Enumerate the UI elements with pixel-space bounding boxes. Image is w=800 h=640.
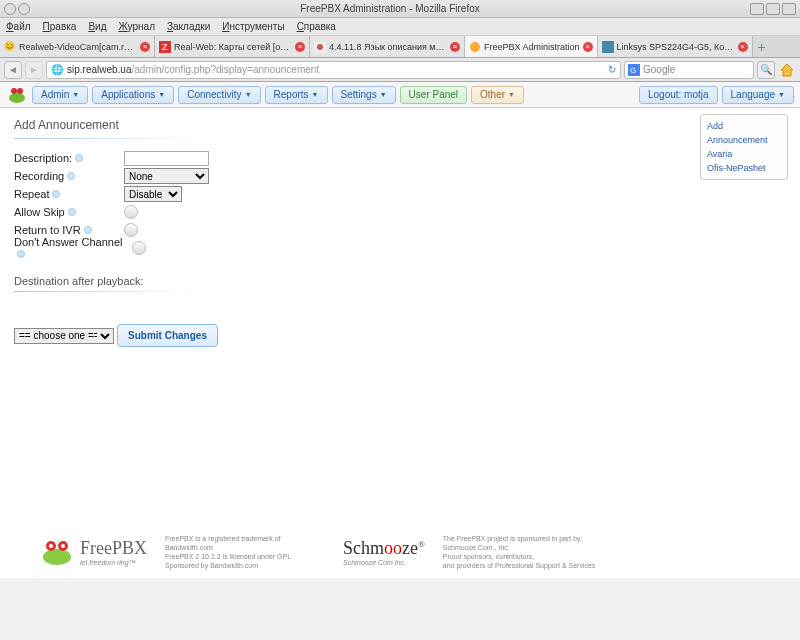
address-bar[interactable]: 🌐 sip.realweb.ua/admin/config.php?displa… — [46, 61, 621, 79]
recording-select[interactable]: None — [124, 168, 209, 184]
destination-select[interactable]: == choose one == — [14, 328, 114, 344]
schmooze-footer-logo: Schmooze® Schmooze Com Inc. — [343, 538, 425, 566]
dont-answer-checkbox[interactable] — [132, 241, 146, 255]
reload-icon[interactable]: ↻ — [608, 64, 616, 75]
favicon-icon — [469, 41, 481, 53]
nav-language[interactable]: Language▼ — [722, 86, 794, 104]
favicon-icon — [602, 41, 614, 53]
freepbx-footer-logo: FreePBX let freedom ring™ — [40, 537, 147, 567]
svg-point-11 — [43, 549, 71, 565]
close-icon[interactable]: × — [583, 42, 593, 52]
nav-label: Admin — [41, 89, 69, 100]
freepbx-tagline: let freedom ring™ — [80, 559, 147, 566]
help-icon[interactable] — [67, 172, 75, 180]
tab-label: Realweb-VideoCam[cam.realweb... — [19, 42, 137, 52]
svg-text:Z: Z — [162, 42, 168, 52]
nav-logout[interactable]: Logout: motja — [639, 86, 718, 104]
maximize-button[interactable] — [766, 3, 780, 15]
browser-menu-bar: Файл Правка Вид Журнал Закладки Инструме… — [0, 18, 800, 36]
browser-tab[interactable]: Z Real-Web: Карты сетей [обновл... × — [155, 36, 310, 57]
browser-tab[interactable]: 😊 Realweb-VideoCam[cam.realweb... × — [0, 36, 155, 57]
svg-rect-5 — [602, 41, 614, 53]
return-ivr-checkbox[interactable] — [124, 223, 138, 237]
browser-tab[interactable]: 4.4.11.8 Язык описания маршр... × — [310, 36, 465, 57]
svg-point-10 — [17, 88, 23, 94]
svg-point-3 — [317, 44, 323, 50]
browser-tab[interactable]: Linksys SPS224G4-G5, Коммутат... × — [598, 36, 753, 57]
nav-label: Language — [731, 89, 776, 100]
nav-connectivity[interactable]: Connectivity▼ — [178, 86, 260, 104]
minimize-button[interactable] — [750, 3, 764, 15]
rnav-item[interactable]: Avaria — [707, 147, 781, 161]
menu-file[interactable]: Файл — [6, 21, 31, 32]
help-icon[interactable] — [75, 154, 83, 162]
search-box[interactable]: G Google — [624, 61, 754, 79]
label-description: Description: — [14, 152, 72, 164]
nav-user-panel[interactable]: User Panel — [400, 86, 467, 104]
menu-help[interactable]: Справка — [297, 21, 336, 32]
schmooze-blurb: The FreePBX project is sponsored in part… — [443, 534, 613, 570]
freepbx-wordmark: FreePBX — [80, 538, 147, 559]
chevron-down-icon: ▼ — [72, 91, 79, 98]
page-heading: Add Announcement — [14, 118, 786, 132]
svg-point-8 — [9, 93, 25, 103]
menu-view[interactable]: Вид — [88, 21, 106, 32]
rnav-item[interactable]: Ofis-NePashet — [707, 161, 781, 175]
nav-label: Logout: motja — [648, 89, 709, 100]
nav-label: User Panel — [409, 89, 458, 100]
binoculars-icon[interactable]: 🔍 — [757, 61, 775, 79]
browser-toolbar: ◄ ► 🌐 sip.realweb.ua/admin/config.php?di… — [0, 58, 800, 82]
nav-settings[interactable]: Settings▼ — [332, 86, 396, 104]
home-button[interactable] — [778, 61, 796, 79]
menu-edit[interactable]: Правка — [43, 21, 77, 32]
search-placeholder: Google — [643, 64, 675, 75]
label-dont-answer: Don't Answer Channel — [14, 236, 123, 248]
allow-skip-checkbox[interactable] — [124, 205, 138, 219]
close-icon[interactable]: × — [295, 42, 305, 52]
site-identity-icon[interactable]: 🌐 — [51, 64, 63, 75]
nav-applications[interactable]: Applications▼ — [92, 86, 174, 104]
nav-other[interactable]: Other▼ — [471, 86, 524, 104]
forward-button[interactable]: ► — [25, 61, 43, 79]
nav-reports[interactable]: Reports▼ — [265, 86, 328, 104]
divider — [14, 138, 194, 139]
frog-icon — [40, 537, 74, 567]
browser-tab[interactable]: FreePBX Administration × — [465, 36, 598, 57]
menu-bookmarks[interactable]: Закладки — [167, 21, 210, 32]
close-icon[interactable]: × — [140, 42, 150, 52]
nav-label: Connectivity — [187, 89, 241, 100]
menu-history[interactable]: Журнал — [118, 21, 155, 32]
close-window-button[interactable] — [782, 3, 796, 15]
window-menu-button[interactable] — [4, 3, 16, 15]
description-input[interactable] — [124, 151, 209, 166]
window-button[interactable] — [18, 3, 30, 15]
svg-point-4 — [470, 42, 480, 52]
svg-point-15 — [61, 544, 65, 548]
back-button[interactable]: ◄ — [4, 61, 22, 79]
chevron-down-icon: ▼ — [245, 91, 252, 98]
repeat-select[interactable]: Disable — [124, 186, 182, 202]
menu-tools[interactable]: Инструменты — [222, 21, 284, 32]
chevron-down-icon: ▼ — [158, 91, 165, 98]
submit-button[interactable]: Submit Changes — [117, 324, 218, 347]
favicon-icon: Z — [159, 41, 171, 53]
chevron-down-icon: ▼ — [778, 91, 785, 98]
help-icon[interactable] — [52, 190, 60, 198]
tab-label: 4.4.11.8 Язык описания маршр... — [329, 42, 447, 52]
nav-label: Applications — [101, 89, 155, 100]
freepbx-logo-icon[interactable] — [6, 85, 28, 105]
new-tab-button[interactable]: + — [753, 36, 771, 57]
help-icon[interactable] — [68, 208, 76, 216]
freepbx-nav-bar: Admin▼ Applications▼ Connectivity▼ Repor… — [0, 82, 800, 108]
help-icon[interactable] — [17, 250, 25, 258]
schmooze-wordmark: Schmooze® — [343, 538, 425, 559]
close-icon[interactable]: × — [738, 42, 748, 52]
tab-label: Linksys SPS224G4-G5, Коммутат... — [617, 42, 735, 52]
close-icon[interactable]: × — [450, 42, 460, 52]
favicon-icon — [314, 41, 326, 53]
rnav-add-announcement[interactable]: Add Announcement — [707, 119, 781, 147]
tab-label: FreePBX Administration — [484, 42, 580, 52]
svg-text:G: G — [630, 66, 636, 75]
help-icon[interactable] — [84, 226, 92, 234]
nav-admin[interactable]: Admin▼ — [32, 86, 88, 104]
